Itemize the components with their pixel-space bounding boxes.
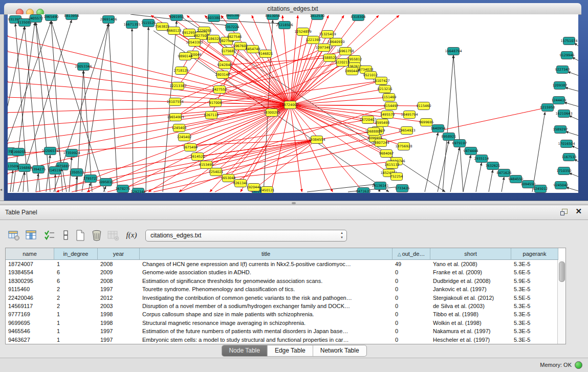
table-cell[interactable]: 0 [393, 319, 430, 327]
table-cell[interactable]: 5.3E-5 [511, 310, 558, 318]
table-cell[interactable]: 1998 [98, 319, 140, 327]
table-cell[interactable]: Tourette syndrome. Phenomenology and cla… [140, 285, 393, 293]
delete-icon[interactable] [89, 228, 104, 243]
table-cell[interactable]: Tibbo et al. (1998) [430, 310, 511, 318]
table-cell[interactable]: Estimation of the future numbers of pati… [140, 327, 393, 335]
table-cell[interactable]: Dudbridge et al. (2008) [430, 277, 511, 285]
table-cell[interactable]: 5.3E-5 [511, 260, 558, 268]
column-header-year[interactable]: year [98, 248, 140, 260]
table-cell[interactable]: 1997 [98, 327, 140, 335]
table-cell[interactable]: Estimation of significance thresholds fo… [140, 277, 393, 285]
table-cell[interactable]: 2 [54, 302, 98, 310]
table-cell[interactable]: 1 [54, 260, 98, 268]
table-row[interactable]: 1830029562008Estimation of significance … [6, 277, 565, 285]
table-cell[interactable]: 5.3E-5 [511, 285, 558, 293]
table-cell[interactable]: 5.9E-5 [511, 277, 558, 285]
table-cell[interactable]: 5.3E-5 [511, 302, 558, 310]
table-cell[interactable]: Genome-wide association studies in ADHD. [140, 268, 393, 276]
show-columns-icon[interactable] [24, 228, 39, 243]
table-cell[interactable]: 14569117 [6, 302, 54, 310]
table-row[interactable]: 969969511998Structural magnetic resonanc… [6, 319, 565, 327]
table-row[interactable]: 977716911998Corpus callosum shape and si… [6, 310, 565, 318]
column-header-in_degree[interactable]: in_degree [54, 248, 98, 260]
table-cell[interactable]: Corpus callosum shape and size in male p… [140, 310, 393, 318]
network-canvas-svg[interactable]: 9313954113508124055721965490881395420691… [8, 14, 578, 193]
table-row[interactable]: 1872400712008Changes of HCN gene express… [6, 260, 565, 268]
network-window-titlebar[interactable]: citations_edges.txt [4, 3, 581, 15]
import-table-icon[interactable] [105, 228, 121, 243]
table-cell[interactable]: 6 [54, 277, 98, 285]
table-cell[interactable]: 0 [393, 327, 430, 335]
splitter-handle[interactable] [292, 202, 296, 204]
table-cell[interactable]: 1 [54, 327, 98, 335]
table-cell[interactable]: 1 [54, 319, 98, 327]
table-cell[interactable]: 2003 [98, 302, 140, 310]
close-icon[interactable]: ✕ [575, 207, 582, 216]
table-cell[interactable]: 9699695 [6, 319, 54, 327]
table-row[interactable]: 2242004622012Investigating the contribut… [6, 294, 565, 302]
table-cell[interactable]: 22420046 [6, 294, 54, 302]
table-cell[interactable]: 1997 [98, 336, 140, 344]
table-cell[interactable]: 5.3E-5 [511, 336, 558, 344]
table-row[interactable]: 1456911722003Disruption of a novel membe… [6, 302, 565, 310]
table-cell[interactable]: 18300295 [6, 277, 54, 285]
function-builder-icon[interactable]: f(x) [123, 228, 140, 243]
table-cell[interactable]: 2008 [98, 260, 140, 268]
collapse-arrow-icon[interactable]: ◂ [0, 187, 2, 192]
table-mode-icon[interactable] [6, 228, 21, 243]
table-cell[interactable]: 19384554 [6, 268, 54, 276]
table-cell[interactable]: 2 [54, 285, 98, 293]
table-cell[interactable]: 9115460 [6, 285, 54, 293]
table-cell[interactable]: Stergiakouli et al. (2012) [430, 294, 511, 302]
table-cell[interactable]: 2 [54, 294, 98, 302]
table-row[interactable]: 1938455462009Genome-wide association stu… [6, 268, 565, 276]
table-cell[interactable]: 9463627 [6, 336, 54, 344]
memory-status-icon[interactable] [575, 361, 582, 369]
table-cell[interactable]: 1 [54, 336, 98, 344]
table-cell[interactable]: 5.6E-5 [511, 268, 558, 276]
table-cell[interactable]: 2009 [98, 268, 140, 276]
tab-node-table[interactable]: Node Table [222, 345, 268, 356]
table-cell[interactable]: Hescheler et al. (1997) [430, 336, 511, 344]
node-table[interactable]: namein_degreeyeartitle△out_de…shortpager… [5, 248, 566, 344]
table-row[interactable]: 946362711997Embryonic stem cells: a mode… [6, 336, 565, 344]
network-canvas[interactable]: 9313954113508124055721965490881395420691… [8, 14, 578, 193]
table-cell[interactable]: 18724007 [6, 260, 54, 268]
control-panel-splitter[interactable]: ◂ [0, 14, 4, 201]
table-cell[interactable]: Wolkin et al. (1998) [430, 319, 511, 327]
row-selector-icon[interactable] [58, 228, 74, 243]
table-cell[interactable]: 2012 [98, 294, 140, 302]
table-cell[interactable]: 1998 [98, 310, 140, 318]
vertical-scrollbar[interactable] [557, 260, 565, 344]
table-cell[interactable]: 5.3E-5 [511, 327, 558, 335]
table-cell[interactable]: 5.5E-5 [511, 294, 558, 302]
table-cell[interactable]: 0 [393, 277, 430, 285]
table-cell[interactable]: Investigating the contribution of common… [140, 294, 393, 302]
table-cell[interactable]: Disruption of a novel member of a sodium… [140, 302, 393, 310]
table-cell[interactable]: Nakamura et al. (1997) [430, 327, 511, 335]
column-header-title[interactable]: title [140, 248, 393, 260]
column-header-out_de[interactable]: △out_de… [393, 248, 430, 260]
table-cell[interactable]: Structural magnetic resonance image aver… [140, 319, 393, 327]
table-cell[interactable]: 0 [393, 310, 430, 318]
column-header-name[interactable]: name [6, 248, 54, 260]
table-cell[interactable]: 0 [393, 285, 430, 293]
table-cell[interactable]: 9465546 [6, 327, 54, 335]
table-row[interactable]: 911546021997Tourette syndrome. Phenomeno… [6, 285, 565, 293]
table-cell[interactable]: 5.3E-5 [511, 319, 558, 327]
table-cell[interactable]: 2008 [98, 277, 140, 285]
table-cell[interactable]: 0 [393, 302, 430, 310]
table-cell[interactable]: 1997 [98, 285, 140, 293]
column-checklist-icon[interactable] [42, 228, 57, 243]
table-cell[interactable]: 9777169 [6, 310, 54, 318]
table-cell[interactable]: Changes of HCN gene expression and I(f) … [140, 260, 393, 268]
table-selector-dropdown[interactable]: citations_edges.txt ▲▼ [145, 230, 347, 242]
column-header-short[interactable]: short [430, 248, 511, 260]
table-cell[interactable]: Jankovic et al. (1997) [430, 285, 511, 293]
column-header-pagerank[interactable]: pagerank [511, 248, 558, 260]
table-cell[interactable]: 1 [54, 310, 98, 318]
horizontal-splitter[interactable] [0, 201, 588, 205]
table-cell[interactable]: 6 [54, 268, 98, 276]
new-column-icon[interactable] [73, 228, 88, 243]
float-window-icon[interactable] [560, 209, 569, 216]
